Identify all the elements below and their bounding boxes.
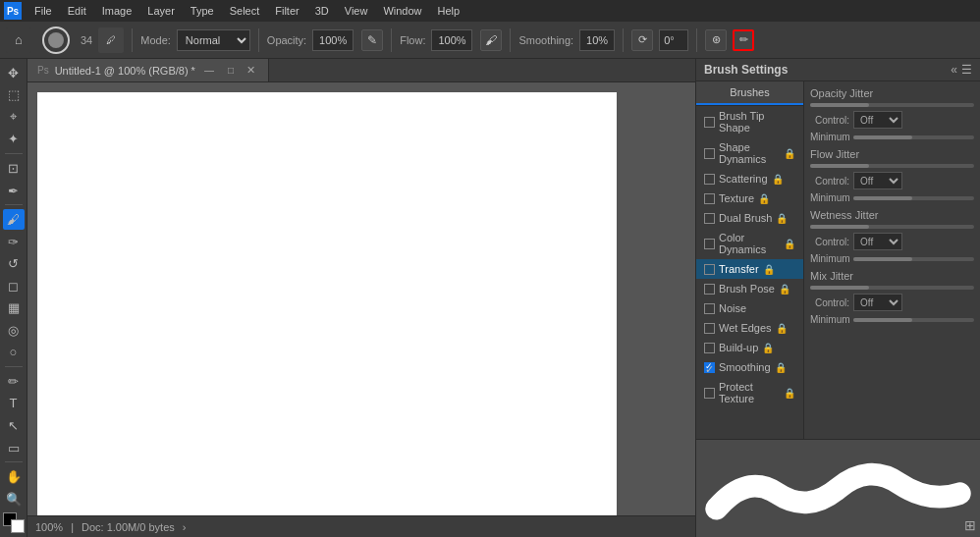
menu-type[interactable]: Type bbox=[184, 3, 221, 19]
wet-edges-checkbox[interactable] bbox=[704, 323, 715, 334]
doc-minimize-button[interactable]: — bbox=[201, 63, 217, 79]
protect-texture-lock: 🔒 bbox=[784, 388, 795, 399]
path-selection-tool[interactable]: ↖ bbox=[3, 415, 25, 436]
build-up-item[interactable]: Build-up 🔒 bbox=[696, 338, 803, 357]
home-button[interactable]: ⌂ bbox=[6, 27, 31, 53]
pressure-opacity-button[interactable]: ✎ bbox=[361, 29, 383, 51]
protect-texture-checkbox[interactable] bbox=[704, 388, 715, 399]
eyedropper-tool[interactable]: ✒ bbox=[3, 181, 25, 201]
shape-dynamics-item[interactable]: Shape Dynamics 🔒 bbox=[696, 137, 803, 169]
mix-minimum-slider[interactable] bbox=[853, 318, 974, 322]
toolbar-separator-1 bbox=[132, 28, 133, 52]
preview-expand-button[interactable]: ⊞ bbox=[964, 517, 976, 533]
color-dynamics-checkbox[interactable] bbox=[704, 239, 715, 249]
flow-input[interactable] bbox=[431, 29, 472, 51]
history-brush-tool[interactable]: ↺ bbox=[3, 253, 25, 274]
transfer-item[interactable]: Transfer 🔒 bbox=[696, 259, 803, 279]
blur-tool[interactable]: ◎ bbox=[3, 320, 25, 341]
angle-icon[interactable]: ⟳ bbox=[631, 29, 653, 51]
texture-checkbox[interactable] bbox=[704, 193, 715, 204]
smoothing-item[interactable]: ✓ Smoothing 🔒 bbox=[696, 357, 803, 377]
brush-settings-button[interactable]: ✏ bbox=[733, 29, 754, 51]
crop-tool[interactable]: ⊡ bbox=[3, 158, 25, 179]
clone-stamp-tool[interactable]: ✑ bbox=[3, 232, 25, 252]
dodge-tool[interactable]: ○ bbox=[3, 343, 25, 363]
opacity-jitter-slider-row bbox=[810, 103, 974, 107]
pen-tool[interactable]: ✏ bbox=[3, 371, 25, 392]
doc-close-button[interactable]: ✕ bbox=[245, 64, 258, 78]
texture-item[interactable]: Texture 🔒 bbox=[696, 188, 803, 208]
menu-image[interactable]: Image bbox=[95, 3, 139, 19]
wetness-minimum-slider[interactable] bbox=[853, 257, 974, 261]
brush-tip-shape-checkbox[interactable] bbox=[704, 117, 715, 128]
menu-window[interactable]: Window bbox=[376, 3, 428, 19]
shape-tool[interactable]: ▭ bbox=[3, 438, 25, 458]
opacity-input[interactable] bbox=[312, 29, 354, 51]
opacity-minimum-slider[interactable] bbox=[853, 135, 974, 139]
menu-filter[interactable]: Filter bbox=[268, 3, 305, 19]
lasso-tool[interactable]: ⌖ bbox=[3, 107, 25, 128]
eraser-tool[interactable]: ◻ bbox=[3, 276, 25, 296]
wet-edges-item[interactable]: Wet Edges 🔒 bbox=[696, 318, 803, 338]
hand-tool[interactable]: ✋ bbox=[3, 466, 25, 487]
noise-checkbox[interactable] bbox=[704, 303, 715, 314]
scattering-item[interactable]: Scattering 🔒 bbox=[696, 169, 803, 188]
menu-edit[interactable]: Edit bbox=[61, 3, 93, 19]
panel-menu-icon[interactable]: ☰ bbox=[961, 63, 972, 77]
text-tool[interactable]: T bbox=[3, 394, 25, 414]
color-dynamics-item[interactable]: Color Dynamics 🔒 bbox=[696, 228, 803, 259]
shape-dynamics-checkbox[interactable] bbox=[704, 148, 715, 159]
flow-minimum-slider[interactable] bbox=[853, 196, 974, 200]
opacity-control-select[interactable]: Off bbox=[853, 111, 902, 129]
magic-wand-tool[interactable]: ✦ bbox=[3, 130, 25, 150]
scattering-checkbox[interactable] bbox=[704, 174, 715, 185]
brush-pose-label: Brush Pose bbox=[719, 283, 775, 295]
smoothing-checkbox[interactable]: ✓ bbox=[704, 362, 715, 373]
brushes-tab[interactable]: Brushes bbox=[696, 81, 803, 105]
status-arrow[interactable]: › bbox=[183, 521, 187, 533]
brush-preset-picker[interactable] bbox=[37, 22, 75, 59]
opacity-jitter-slider[interactable] bbox=[810, 103, 974, 107]
brush-tool[interactable]: 🖌 bbox=[3, 209, 25, 230]
mix-jitter-slider[interactable] bbox=[810, 286, 974, 290]
fg-bg-colors[interactable] bbox=[3, 512, 25, 533]
menu-layer[interactable]: Layer bbox=[140, 3, 182, 19]
zoom-tool[interactable]: 🔍 bbox=[3, 489, 25, 510]
flow-control-select[interactable]: Off bbox=[853, 172, 902, 189]
toggle-brush-settings[interactable]: 🖊 bbox=[98, 27, 124, 53]
wetness-control-select[interactable]: Off bbox=[853, 233, 902, 250]
menu-file[interactable]: File bbox=[27, 3, 59, 19]
flow-jitter-slider[interactable] bbox=[810, 164, 974, 168]
protect-texture-item[interactable]: Protect Texture 🔒 bbox=[696, 377, 803, 408]
select-rect-tool[interactable]: ⬚ bbox=[3, 85, 25, 106]
mode-select[interactable]: Normal bbox=[177, 29, 250, 51]
doc-maximize-button[interactable]: □ bbox=[223, 63, 239, 79]
dual-brush-checkbox[interactable] bbox=[704, 213, 715, 224]
transfer-checkbox[interactable] bbox=[704, 264, 715, 275]
panel-header: Brush Settings « ☰ bbox=[696, 59, 980, 81]
smoothing-input[interactable] bbox=[579, 29, 615, 51]
menu-select[interactable]: Select bbox=[223, 3, 267, 19]
mix-control-select[interactable]: Off bbox=[853, 294, 902, 311]
gradient-tool[interactable]: ▦ bbox=[3, 298, 25, 319]
airbrush-button[interactable]: 🖌 bbox=[480, 29, 502, 51]
noise-item[interactable]: Noise bbox=[696, 298, 803, 318]
dual-brush-item[interactable]: Dual Brush 🔒 bbox=[696, 208, 803, 228]
menu-view[interactable]: View bbox=[338, 3, 375, 19]
document-tab[interactable]: Ps Untitled-1 @ 100% (RGB/8) * — □ ✕ bbox=[27, 59, 269, 81]
smoothing-label: Smoothing: bbox=[518, 34, 573, 46]
menu-3d[interactable]: 3D bbox=[308, 3, 336, 19]
brush-pose-item[interactable]: Brush Pose 🔒 bbox=[696, 279, 803, 298]
symmetry-button[interactable]: ⊛ bbox=[705, 29, 727, 51]
build-up-checkbox[interactable] bbox=[704, 343, 715, 353]
background-color[interactable] bbox=[11, 519, 25, 533]
menu-help[interactable]: Help bbox=[431, 3, 467, 19]
canvas[interactable] bbox=[37, 92, 617, 515]
brush-pose-checkbox[interactable] bbox=[704, 284, 715, 295]
brush-tip-shape-item[interactable]: Brush Tip Shape bbox=[696, 106, 803, 137]
angle-input[interactable] bbox=[659, 29, 688, 51]
flow-jitter-slider-row bbox=[810, 164, 974, 168]
panel-collapse-icon[interactable]: « bbox=[951, 63, 957, 77]
wetness-jitter-slider[interactable] bbox=[810, 225, 974, 229]
move-tool[interactable]: ✥ bbox=[3, 63, 25, 83]
